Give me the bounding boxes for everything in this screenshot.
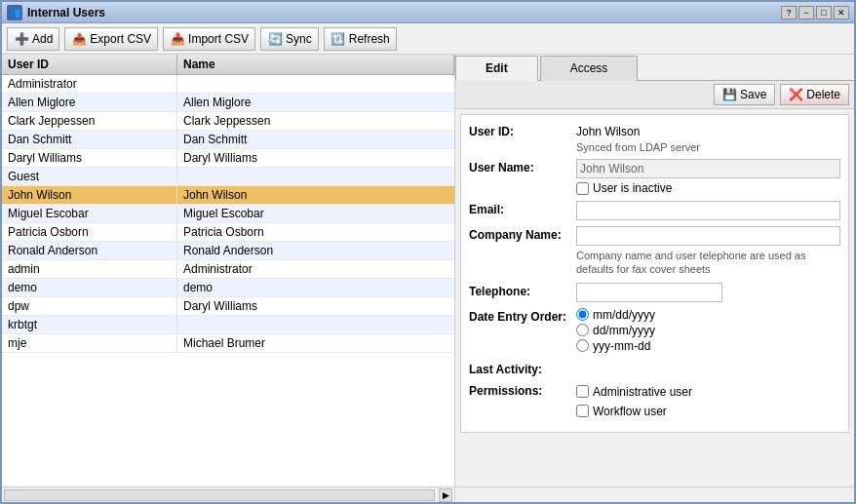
save-label: Save — [740, 88, 766, 101]
workflow-user-label: Workflow user — [593, 405, 667, 418]
cell-userid: demo — [2, 279, 177, 296]
add-icon: ➕ — [14, 31, 29, 47]
admin-user-checkbox[interactable] — [576, 385, 589, 398]
table-row[interactable]: demo demo — [2, 279, 454, 297]
table-row[interactable]: Clark Jeppessen Clark Jeppessen — [2, 112, 454, 131]
bottom-scrollbar-area: ▶ — [2, 486, 854, 502]
toolbar: ➕ Add 📤 Export CSV 📥 Import CSV 🔄 Sync 🔃… — [2, 23, 854, 55]
userid-value: John Wilson — [576, 123, 840, 140]
sync-button[interactable]: 🔄 Sync — [260, 27, 319, 51]
cell-userid: Clark Jeppessen — [2, 112, 177, 130]
tab-access[interactable]: Access — [540, 56, 639, 81]
help-button[interactable]: ? — [781, 6, 797, 19]
radio-mdy-label: mm/dd/yyyy — [593, 308, 655, 322]
email-row: Email: — [469, 201, 840, 220]
last-activity-label: Last Activity: — [469, 361, 576, 376]
telephone-row: Telephone: — [469, 283, 840, 302]
col-name-header: Name — [177, 55, 454, 74]
username-input[interactable] — [576, 159, 840, 178]
tab-edit[interactable]: Edit — [455, 56, 538, 81]
maximize-button[interactable]: □ — [816, 6, 832, 19]
table-row[interactable]: krbtgt — [2, 316, 454, 334]
cell-userid: Miguel Escobar — [2, 205, 177, 222]
company-content: Company name and user telephone are used… — [576, 226, 840, 277]
main-window: 👥 Internal Users ? − □ ✕ ➕ Add 📤 Export … — [0, 0, 856, 504]
table-row[interactable]: Ronald Anderson Ronald Anderson — [2, 242, 454, 260]
date-order-content: mm/dd/yyyy dd/mm/yyyy yyy-mm-dd — [576, 308, 840, 355]
import-icon: 📥 — [170, 31, 185, 47]
table-row[interactable]: Patricia Osborn Patricia Osborn — [2, 223, 454, 242]
telephone-input[interactable] — [576, 283, 722, 302]
col-userid-header: User ID — [2, 55, 177, 74]
scroll-right-btn[interactable]: ▶ — [439, 488, 452, 502]
title-bar-left: 👥 Internal Users — [7, 5, 105, 20]
radio-mdy-input[interactable] — [576, 308, 589, 321]
export-csv-label: Export CSV — [90, 32, 151, 46]
save-icon: 💾 — [722, 88, 737, 101]
userid-label: User ID: — [469, 123, 576, 138]
delete-button[interactable]: ❌ Delete — [780, 84, 849, 105]
company-row: Company Name: Company name and user tele… — [469, 226, 840, 277]
window-icon: 👥 — [7, 5, 22, 20]
date-order-label: Date Entry Order: — [469, 308, 576, 324]
import-csv-button[interactable]: 📥 Import CSV — [163, 27, 255, 51]
inactive-label: User is inactive — [593, 181, 672, 195]
table-row[interactable]: admin Administrator — [2, 260, 454, 279]
company-input[interactable] — [576, 226, 840, 246]
save-button[interactable]: 💾 Save — [714, 84, 775, 105]
cell-userid: Patricia Osborn — [2, 223, 177, 241]
cell-name — [177, 316, 454, 333]
radio-dmy-input[interactable] — [576, 324, 589, 336]
radio-ymd-label: yyy-mm-dd — [593, 339, 650, 353]
title-bar-controls: ? − □ ✕ — [781, 6, 849, 19]
permissions-content: Administrative user Workflow user — [576, 382, 840, 418]
cell-name: Daryl Williams — [177, 297, 454, 315]
cell-name: Ronald Anderson — [177, 242, 454, 259]
table-row[interactable]: dpw Daryl Williams — [2, 297, 454, 316]
cell-name — [177, 168, 454, 185]
userid-content: John Wilson Synced from LDAP server — [576, 123, 840, 153]
cell-name: Dan Schmitt — [177, 131, 454, 148]
edit-form: User ID: John Wilson Synced from LDAP se… — [460, 114, 849, 433]
export-csv-button[interactable]: 📤 Export CSV — [64, 27, 158, 51]
radio-dmy-label: dd/mm/yyyy — [593, 324, 655, 337]
minimize-button[interactable]: − — [798, 6, 814, 19]
ldap-text: Synced from LDAP server — [576, 141, 840, 153]
delete-label: Delete — [806, 88, 840, 101]
cell-userid: admin — [2, 260, 177, 278]
add-button[interactable]: ➕ Add — [7, 27, 59, 51]
close-button[interactable]: ✕ — [834, 6, 849, 19]
form-scroll-area: User ID: John Wilson Synced from LDAP se… — [455, 109, 854, 486]
refresh-button[interactable]: 🔃 Refresh — [324, 27, 397, 51]
admin-user-label: Administrative user — [593, 385, 692, 399]
table-row[interactable]: mje Michael Brumer — [2, 334, 454, 353]
date-order-row: Date Entry Order: mm/dd/yyyy dd/mm/yyyy — [469, 308, 840, 355]
import-csv-label: Import CSV — [188, 32, 249, 46]
cell-userid: Administrator — [2, 75, 177, 93]
company-label: Company Name: — [469, 226, 576, 242]
table-row[interactable]: Guest — [2, 168, 454, 186]
table-row[interactable]: Dan Schmitt Dan Schmitt — [2, 131, 454, 149]
table-row[interactable]: Administrator — [2, 75, 454, 94]
inactive-row: User is inactive — [576, 181, 840, 195]
right-content: 💾 Save ❌ Delete User ID: — [455, 81, 854, 486]
cell-userid: Daryl Williams — [2, 149, 177, 167]
cell-userid: Dan Schmitt — [2, 131, 177, 148]
username-label: User Name: — [469, 159, 576, 174]
table-row[interactable]: Daryl Williams Daryl Williams — [2, 149, 454, 168]
workflow-user-checkbox[interactable] — [576, 405, 589, 417]
left-horizontal-scrollbar[interactable] — [4, 489, 435, 501]
cell-userid: dpw — [2, 297, 177, 315]
table-row[interactable]: John Wilson John Wilson — [2, 186, 454, 205]
cell-userid: Ronald Anderson — [2, 242, 177, 259]
table-row[interactable]: Miguel Escobar Miguel Escobar — [2, 205, 454, 223]
cell-name: John Wilson — [177, 186, 454, 204]
save-bar: 💾 Save ❌ Delete — [455, 81, 854, 109]
cell-name — [177, 75, 454, 93]
add-label: Add — [32, 32, 53, 46]
table-row[interactable]: Allen Miglore Allen Miglore — [2, 94, 454, 112]
radio-ymd-input[interactable] — [576, 339, 589, 352]
inactive-checkbox[interactable] — [576, 182, 589, 195]
cell-userid: Allen Miglore — [2, 94, 177, 111]
email-input[interactable] — [576, 201, 840, 220]
